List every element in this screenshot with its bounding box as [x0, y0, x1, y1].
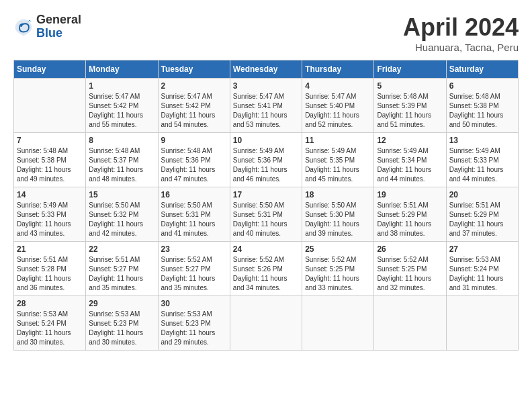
calendar-day-cell: 17Sunrise: 5:50 AMSunset: 5:31 PMDayligh… — [230, 187, 302, 242]
calendar-day-cell: 24Sunrise: 5:52 AMSunset: 5:26 PMDayligh… — [230, 242, 302, 296]
calendar-day-cell: 29Sunrise: 5:53 AMSunset: 5:23 PMDayligh… — [86, 296, 158, 351]
day-info: Sunrise: 5:49 AMSunset: 5:33 PMDaylight:… — [17, 201, 83, 238]
day-info: Sunrise: 5:49 AMSunset: 5:36 PMDaylight:… — [233, 146, 299, 184]
day-info: Sunrise: 5:51 AMSunset: 5:29 PMDaylight:… — [377, 201, 443, 238]
day-number: 7 — [17, 136, 83, 145]
weekday-header: Saturday — [446, 60, 518, 79]
calendar-day-cell: 5Sunrise: 5:48 AMSunset: 5:39 PMDaylight… — [374, 79, 446, 133]
weekday-header-row: SundayMondayTuesdayWednesdayThursdayFrid… — [14, 60, 519, 79]
day-info: Sunrise: 5:53 AMSunset: 5:24 PMDaylight:… — [17, 310, 83, 347]
day-number: 22 — [89, 244, 154, 254]
day-info: Sunrise: 5:47 AMSunset: 5:42 PMDaylight:… — [89, 92, 154, 130]
day-info: Sunrise: 5:50 AMSunset: 5:32 PMDaylight:… — [89, 201, 154, 238]
logo-icon — [13, 17, 34, 37]
title-block: April 2024 Huanuara, Tacna, Peru — [403, 13, 519, 53]
day-info: Sunrise: 5:53 AMSunset: 5:24 PMDaylight:… — [449, 255, 515, 293]
calendar-day-cell: 9Sunrise: 5:48 AMSunset: 5:36 PMDaylight… — [158, 133, 230, 187]
day-number: 9 — [161, 136, 227, 145]
calendar-day-cell: 18Sunrise: 5:50 AMSunset: 5:30 PMDayligh… — [302, 187, 374, 242]
day-number: 1 — [89, 81, 154, 91]
day-info: Sunrise: 5:50 AMSunset: 5:31 PMDaylight:… — [161, 201, 227, 238]
weekday-header: Thursday — [302, 60, 374, 79]
day-info: Sunrise: 5:51 AMSunset: 5:28 PMDaylight:… — [17, 255, 83, 293]
day-number: 29 — [89, 299, 154, 308]
day-info: Sunrise: 5:48 AMSunset: 5:36 PMDaylight:… — [161, 146, 227, 184]
calendar-day-cell: 2Sunrise: 5:47 AMSunset: 5:42 PMDaylight… — [158, 79, 230, 133]
day-number: 13 — [449, 136, 515, 145]
day-number: 11 — [305, 136, 371, 145]
day-number: 2 — [161, 81, 227, 91]
day-info: Sunrise: 5:52 AMSunset: 5:25 PMDaylight:… — [377, 255, 443, 293]
day-info: Sunrise: 5:52 AMSunset: 5:27 PMDaylight:… — [161, 255, 227, 293]
calendar-day-cell: 25Sunrise: 5:52 AMSunset: 5:25 PMDayligh… — [302, 242, 374, 296]
day-number: 27 — [449, 244, 515, 254]
weekday-header: Sunday — [14, 60, 86, 79]
calendar-day-cell: 12Sunrise: 5:49 AMSunset: 5:34 PMDayligh… — [374, 133, 446, 187]
calendar-day-cell: 23Sunrise: 5:52 AMSunset: 5:27 PMDayligh… — [158, 242, 230, 296]
calendar-table: SundayMondayTuesdayWednesdayThursdayFrid… — [13, 60, 519, 351]
calendar-day-cell: 16Sunrise: 5:50 AMSunset: 5:31 PMDayligh… — [158, 187, 230, 242]
day-info: Sunrise: 5:48 AMSunset: 5:38 PMDaylight:… — [449, 92, 515, 130]
day-info: Sunrise: 5:48 AMSunset: 5:39 PMDaylight:… — [377, 92, 443, 130]
calendar-day-cell — [14, 79, 86, 133]
page-header: General Blue April 2024 Huanuara, Tacna,… — [13, 13, 519, 53]
day-info: Sunrise: 5:53 AMSunset: 5:23 PMDaylight:… — [89, 310, 154, 347]
logo-text: General Blue — [36, 13, 81, 40]
day-info: Sunrise: 5:49 AMSunset: 5:35 PMDaylight:… — [305, 146, 371, 184]
calendar-day-cell: 8Sunrise: 5:48 AMSunset: 5:37 PMDaylight… — [86, 133, 158, 187]
calendar-day-cell: 11Sunrise: 5:49 AMSunset: 5:35 PMDayligh… — [302, 133, 374, 187]
calendar-day-cell: 14Sunrise: 5:49 AMSunset: 5:33 PMDayligh… — [14, 187, 86, 242]
calendar-day-cell: 21Sunrise: 5:51 AMSunset: 5:28 PMDayligh… — [14, 242, 86, 296]
day-info: Sunrise: 5:48 AMSunset: 5:38 PMDaylight:… — [17, 146, 83, 184]
calendar-day-cell: 10Sunrise: 5:49 AMSunset: 5:36 PMDayligh… — [230, 133, 302, 187]
day-info: Sunrise: 5:47 AMSunset: 5:41 PMDaylight:… — [233, 92, 299, 130]
location: Huanuara, Tacna, Peru — [403, 42, 519, 53]
calendar-day-cell: 22Sunrise: 5:51 AMSunset: 5:27 PMDayligh… — [86, 242, 158, 296]
month-title: April 2024 — [403, 13, 519, 42]
day-info: Sunrise: 5:51 AMSunset: 5:29 PMDaylight:… — [449, 201, 515, 238]
calendar-day-cell: 19Sunrise: 5:51 AMSunset: 5:29 PMDayligh… — [374, 187, 446, 242]
day-info: Sunrise: 5:52 AMSunset: 5:26 PMDaylight:… — [233, 255, 299, 293]
calendar-day-cell: 30Sunrise: 5:53 AMSunset: 5:23 PMDayligh… — [158, 296, 230, 351]
calendar-day-cell: 7Sunrise: 5:48 AMSunset: 5:38 PMDaylight… — [14, 133, 86, 187]
day-number: 25 — [305, 244, 371, 254]
day-number: 17 — [233, 190, 299, 199]
day-number: 3 — [233, 81, 299, 91]
day-number: 15 — [89, 190, 154, 199]
day-info: Sunrise: 5:50 AMSunset: 5:30 PMDaylight:… — [305, 201, 371, 238]
day-number: 5 — [377, 81, 443, 91]
calendar-day-cell: 13Sunrise: 5:49 AMSunset: 5:33 PMDayligh… — [446, 133, 518, 187]
day-number: 4 — [305, 81, 371, 91]
day-info: Sunrise: 5:50 AMSunset: 5:31 PMDaylight:… — [233, 201, 299, 238]
day-number: 16 — [161, 190, 227, 199]
day-number: 26 — [377, 244, 443, 254]
logo: General Blue — [13, 13, 81, 40]
day-info: Sunrise: 5:51 AMSunset: 5:27 PMDaylight:… — [89, 255, 154, 293]
day-info: Sunrise: 5:53 AMSunset: 5:23 PMDaylight:… — [161, 310, 227, 347]
day-number: 23 — [161, 244, 227, 254]
day-info: Sunrise: 5:47 AMSunset: 5:42 PMDaylight:… — [161, 92, 227, 130]
day-number: 19 — [377, 190, 443, 199]
calendar-week-row: 7Sunrise: 5:48 AMSunset: 5:38 PMDaylight… — [14, 133, 519, 187]
calendar-day-cell: 3Sunrise: 5:47 AMSunset: 5:41 PMDaylight… — [230, 79, 302, 133]
day-number: 18 — [305, 190, 371, 199]
day-info: Sunrise: 5:49 AMSunset: 5:34 PMDaylight:… — [377, 146, 443, 184]
calendar-day-cell — [374, 296, 446, 351]
calendar-week-row: 21Sunrise: 5:51 AMSunset: 5:28 PMDayligh… — [14, 242, 519, 296]
day-number: 20 — [449, 190, 515, 199]
logo-blue: Blue — [36, 27, 81, 40]
weekday-header: Friday — [374, 60, 446, 79]
calendar-day-cell: 4Sunrise: 5:47 AMSunset: 5:40 PMDaylight… — [302, 79, 374, 133]
calendar-day-cell: 20Sunrise: 5:51 AMSunset: 5:29 PMDayligh… — [446, 187, 518, 242]
calendar-day-cell: 1Sunrise: 5:47 AMSunset: 5:42 PMDaylight… — [86, 79, 158, 133]
calendar-day-cell: 28Sunrise: 5:53 AMSunset: 5:24 PMDayligh… — [14, 296, 86, 351]
calendar-day-cell — [230, 296, 302, 351]
weekday-header: Wednesday — [230, 60, 302, 79]
day-number: 12 — [377, 136, 443, 145]
calendar-week-row: 14Sunrise: 5:49 AMSunset: 5:33 PMDayligh… — [14, 187, 519, 242]
day-info: Sunrise: 5:47 AMSunset: 5:40 PMDaylight:… — [305, 92, 371, 130]
day-info: Sunrise: 5:52 AMSunset: 5:25 PMDaylight:… — [305, 255, 371, 293]
day-number: 10 — [233, 136, 299, 145]
calendar-day-cell — [446, 296, 518, 351]
calendar-day-cell: 26Sunrise: 5:52 AMSunset: 5:25 PMDayligh… — [374, 242, 446, 296]
